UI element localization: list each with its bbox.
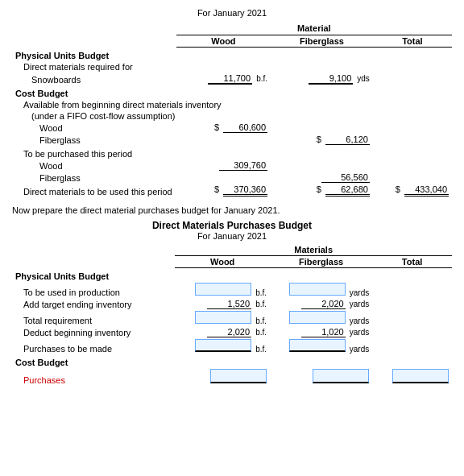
snow-fg-val: 9,100 (309, 73, 353, 85)
total-req-fg-unit: yards (348, 317, 369, 325)
snow-wood-unit: b.f. (255, 74, 267, 83)
deduct-label: Deduct beginning inventory (15, 328, 130, 337)
add-inv-label: Add target ending inventory (15, 300, 132, 309)
prod-fg-input[interactable] (289, 283, 346, 296)
material-header: Material (176, 23, 452, 35)
to-purchase-label: To be purchased this period (15, 149, 132, 159)
direct-mat-label: Direct materials required for (15, 62, 133, 72)
direct-used-label: Direct materials to be used this period (15, 187, 172, 197)
section2-material-header: Materials (175, 244, 452, 256)
total-req-label: Total requirement (15, 316, 92, 325)
section2-for: For January 2021 (12, 231, 452, 241)
total-total-val: 433,040 (404, 184, 449, 197)
wood-label: Wood (15, 123, 63, 133)
phys-units-title: Physical Units Budget (15, 51, 109, 60)
fg2-val: 56,560 (321, 172, 370, 183)
for-label: For January 2021 (197, 8, 267, 18)
add-inv-fg-unit: yards (348, 300, 369, 308)
s2-cost-title: Cost Budget (15, 358, 68, 367)
s2-total-header: Total (372, 256, 452, 268)
add-inv-wood-unit: b.f. (254, 300, 267, 308)
fifo-label: (under a FIFO cost-flow assumption) (15, 111, 176, 121)
snowboards-label: Snowboards (15, 75, 81, 85)
s2-fg-header: Fiberglass (270, 256, 372, 268)
avail-label: Available from beginning direct material… (15, 100, 222, 110)
fg-avail-val: 6,120 (325, 135, 370, 145)
purchases-wood-unit: b.f. (254, 345, 267, 354)
section2-title: Direct Materials Purchases Budget (12, 220, 452, 231)
total-wood-val: 370,360 (223, 184, 267, 197)
deduct-wood-val: 2,020 (207, 327, 251, 337)
deduct-wood-unit: b.f. (254, 328, 267, 337)
deduct-fg-val: 1,020 (301, 327, 346, 337)
total-fg-val: 62,680 (325, 184, 370, 197)
total-req-fg-input[interactable] (289, 311, 346, 324)
prod-label: To be used in production (15, 288, 120, 297)
fg2-label: Fiberglass (15, 173, 81, 183)
cost-budget-title: Cost Budget (15, 89, 68, 98)
purchases-cost-label: Purchases (15, 375, 65, 385)
add-inv-wood-val: 1,520 (207, 299, 251, 309)
main-header: For January 2021 (12, 8, 452, 18)
s2-wood-header: Wood (175, 256, 270, 268)
snow-wood-val: 11,700 (208, 73, 252, 85)
total-col-header: Total (373, 35, 452, 48)
snow-fg-unit: yds (355, 74, 370, 83)
s2-phys-title: Physical Units Budget (15, 271, 109, 281)
purchases-cost-fg-input[interactable] (313, 369, 369, 383)
total-req-wood-unit: b.f. (254, 317, 267, 325)
prod-wood-input[interactable] (195, 283, 251, 296)
purchases-fg-input[interactable] (289, 339, 346, 352)
wood-avail-val: 60,600 (223, 122, 267, 133)
add-inv-fg-val: 2,020 (301, 299, 346, 309)
purchases-wood-input[interactable] (195, 339, 251, 352)
fiberglass-label2: Fiberglass (15, 135, 81, 145)
wood2-val: 309,760 (219, 160, 267, 171)
prod-wood-unit: b.f. (254, 288, 267, 297)
wood2-label: Wood (15, 161, 63, 171)
prod-fg-unit: yards (348, 288, 369, 297)
purchases-label: Purchases to be made (15, 344, 112, 354)
fiberglass-col-header: Fiberglass (271, 35, 373, 48)
purchases-fg-unit: yards (348, 345, 369, 354)
deduct-fg-unit: yards (348, 328, 369, 337)
purchases-cost-total-input[interactable] (392, 369, 449, 383)
prompt-text: Now prepare the direct material purchase… (12, 205, 452, 215)
purchases-cost-wood-input[interactable] (210, 369, 267, 383)
wood-col-header: Wood (176, 35, 271, 48)
total-req-wood-input[interactable] (195, 311, 251, 324)
